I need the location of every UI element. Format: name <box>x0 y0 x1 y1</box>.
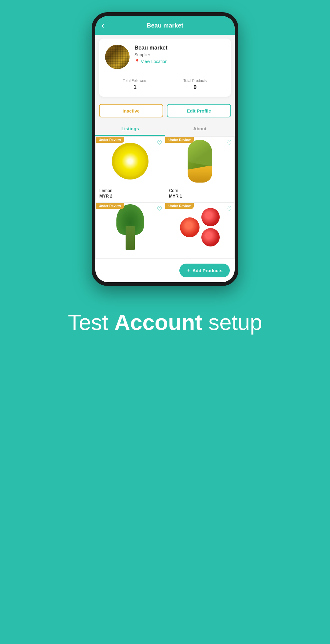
profile-top: Beau market Supplier 📍 View Location <box>105 45 225 69</box>
heart-button-lemon[interactable]: ♡ <box>157 139 162 146</box>
broccoli-stem <box>126 226 135 250</box>
tomato-slice <box>180 217 200 237</box>
products-grid: Under Review ♡ Lemon MYR 2 Under Review <box>95 136 235 259</box>
products-stat: Total Products 0 <box>165 79 225 91</box>
app-header: ‹ Beau market <box>95 16 235 35</box>
phone-wrapper: ‹ Beau market Beau market Supplier 📍 <box>92 12 238 286</box>
add-products-label: Add Products <box>193 268 222 273</box>
corn-husk-right <box>188 140 212 166</box>
bottom-text-prefix: Test <box>68 310 114 335</box>
bottom-text-highlight: Account <box>114 310 202 335</box>
add-products-button[interactable]: + Add Products <box>179 264 230 277</box>
view-location-link[interactable]: 📍 View Location <box>134 59 225 64</box>
phone-screen: ‹ Beau market Beau market Supplier 📍 <box>95 16 235 282</box>
bottom-heading: Test Account setup <box>68 310 262 335</box>
corn-image-area <box>165 137 234 186</box>
corn-icon <box>188 140 212 183</box>
followers-value: 1 <box>105 84 165 91</box>
bottom-text-suffix: setup <box>202 310 262 335</box>
lemon-inner <box>115 146 145 176</box>
tomato-half-top <box>201 208 220 226</box>
tab-about[interactable]: About <box>165 122 235 136</box>
bottom-text-section: Test Account setup <box>43 310 287 335</box>
tomato-name <box>165 252 234 255</box>
broccoli-name <box>96 252 165 255</box>
lemon-image-area <box>96 137 165 186</box>
tomato-image-area <box>165 203 234 252</box>
edit-profile-button[interactable]: Edit Profile <box>167 104 231 117</box>
heart-button-broccoli[interactable]: ♡ <box>157 205 162 213</box>
corn-name: Corn <box>165 186 234 194</box>
action-buttons: Inactive Edit Profile <box>95 100 235 117</box>
tabs: Listings About <box>95 122 235 136</box>
back-button[interactable]: ‹ <box>101 20 104 30</box>
add-products-container: + Add Products <box>95 259 235 282</box>
products-value: 0 <box>165 84 225 91</box>
view-location-label: View Location <box>141 59 167 64</box>
under-review-badge-corn: Under Review <box>165 137 194 143</box>
corn-body <box>188 140 212 183</box>
avatar <box>105 45 130 69</box>
under-review-badge-broccoli: Under Review <box>96 203 124 209</box>
under-review-badge-lemon: Under Review <box>96 137 124 143</box>
followers-stat: Total Followers 1 <box>105 79 165 91</box>
broccoli-image-area <box>96 203 165 252</box>
page-background: ‹ Beau market Beau market Supplier 📍 <box>0 0 330 644</box>
product-broccoli: Under Review ♡ <box>95 202 165 259</box>
profile-info: Beau market Supplier 📍 View Location <box>134 45 225 64</box>
product-tomato: Under Review ♡ <box>165 202 235 259</box>
heart-button-corn[interactable]: ♡ <box>226 139 232 146</box>
product-lemon: Under Review ♡ Lemon MYR 2 <box>95 136 165 202</box>
under-review-badge-tomato: Under Review <box>165 203 194 209</box>
plus-icon: + <box>187 267 190 274</box>
followers-label: Total Followers <box>105 79 165 83</box>
lemon-icon <box>112 143 148 180</box>
location-pin-icon: 📍 <box>134 59 140 64</box>
lemon-price: MYR 2 <box>96 194 165 198</box>
inactive-button[interactable]: Inactive <box>99 104 163 117</box>
broccoli-icon <box>115 204 145 250</box>
corn-price: MYR 1 <box>165 194 234 198</box>
heart-button-tomato[interactable]: ♡ <box>226 205 232 213</box>
avatar-image <box>105 45 130 69</box>
product-corn: Under Review ♡ Corn MYR 1 <box>165 136 235 202</box>
tomato-icon <box>180 209 220 246</box>
tomato-half-bottom <box>201 228 220 246</box>
lemon-name: Lemon <box>96 186 165 194</box>
profile-name: Beau market <box>134 45 225 51</box>
profile-card: Beau market Supplier 📍 View Location Tot… <box>99 39 231 97</box>
header-title: Beau market <box>147 22 183 29</box>
phone-frame: ‹ Beau market Beau market Supplier 📍 <box>92 12 238 286</box>
profile-type: Supplier <box>134 52 225 57</box>
tab-listings[interactable]: Listings <box>95 122 165 136</box>
stats-row: Total Followers 1 Total Products 0 <box>105 74 225 91</box>
products-label: Total Products <box>165 79 225 83</box>
